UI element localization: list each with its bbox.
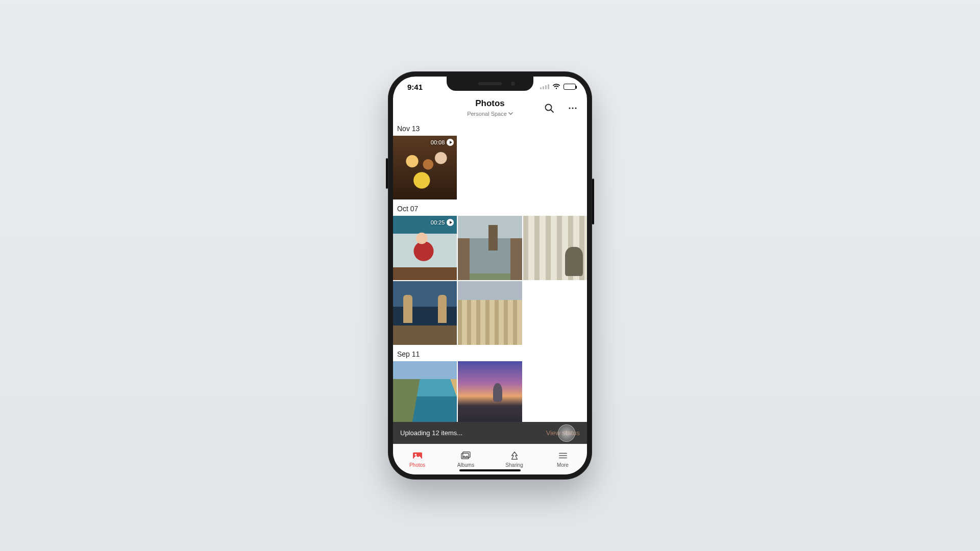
home-indicator[interactable] <box>459 469 521 471</box>
thumbnail-grid: 00:25 <box>393 216 587 345</box>
section-date: Sep 11 <box>393 345 587 361</box>
thumbnail-grid: 00:08 <box>393 136 587 199</box>
photo-coastal-town[interactable] <box>393 361 457 422</box>
screen: 9:41 Photos Personal Spac <box>393 77 587 474</box>
space-label: Personal Space <box>467 111 507 117</box>
header-title-block[interactable]: Photos Personal Space <box>467 99 513 117</box>
header: Photos Personal Space <box>393 97 587 119</box>
play-icon <box>447 219 454 226</box>
chevron-down-icon <box>508 111 513 116</box>
photo-city-aerial[interactable] <box>458 281 522 345</box>
cellular-icon <box>540 84 549 89</box>
view-status-link[interactable]: View status <box>546 429 580 437</box>
video-duration: 00:08 <box>431 139 445 145</box>
space-selector[interactable]: Personal Space <box>467 111 513 117</box>
svg-point-2 <box>569 107 570 109</box>
video-duration: 00:25 <box>431 219 445 226</box>
battery-icon <box>564 84 576 90</box>
upload-banner[interactable]: Uploading 12 items... View status <box>393 422 587 444</box>
albums-icon <box>460 451 472 461</box>
notch <box>447 77 533 91</box>
section-date: Oct 07 <box>393 199 587 216</box>
svg-point-0 <box>546 105 552 111</box>
tab-label: Albums <box>457 462 474 468</box>
wifi-icon <box>552 84 560 90</box>
play-icon <box>447 139 454 146</box>
video-woman-reading[interactable]: 00:25 <box>393 216 457 280</box>
svg-point-4 <box>575 107 576 109</box>
photo-canal-street[interactable] <box>458 216 522 280</box>
sharing-icon <box>509 451 520 461</box>
svg-line-1 <box>551 110 554 113</box>
search-icon <box>544 103 554 113</box>
photo-tower-bridge[interactable] <box>393 281 457 345</box>
svg-point-6 <box>414 454 416 456</box>
photos-icon <box>412 451 423 461</box>
photo-columns-statue[interactable] <box>523 216 587 280</box>
more-options-button[interactable] <box>566 101 580 115</box>
thumbnail-grid <box>393 361 587 422</box>
tab-label: Sharing <box>505 462 523 468</box>
status-right <box>540 84 576 90</box>
tab-label: More <box>557 462 569 468</box>
tab-photos[interactable]: Photos <box>393 444 442 474</box>
status-time: 9:41 <box>407 83 423 91</box>
photo-timeline[interactable]: Nov 1300:08Oct 0700:25Sep 11 <box>393 119 587 422</box>
tab-more[interactable]: More <box>538 444 587 474</box>
photo-sunset-dome[interactable] <box>458 361 522 422</box>
video-group-selfie[interactable]: 00:08 <box>393 136 457 199</box>
svg-point-3 <box>572 107 573 109</box>
video-badge: 00:25 <box>431 219 454 226</box>
search-button[interactable] <box>542 101 556 115</box>
more-horizontal-icon <box>568 103 578 113</box>
phone-frame: 9:41 Photos Personal Spac <box>388 71 592 480</box>
more-icon <box>557 451 569 461</box>
video-badge: 00:08 <box>431 139 454 146</box>
tab-label: Photos <box>409 462 425 468</box>
page-title: Photos <box>467 99 513 109</box>
upload-status-text: Uploading 12 items... <box>400 429 462 437</box>
section-date: Nov 13 <box>393 119 587 136</box>
